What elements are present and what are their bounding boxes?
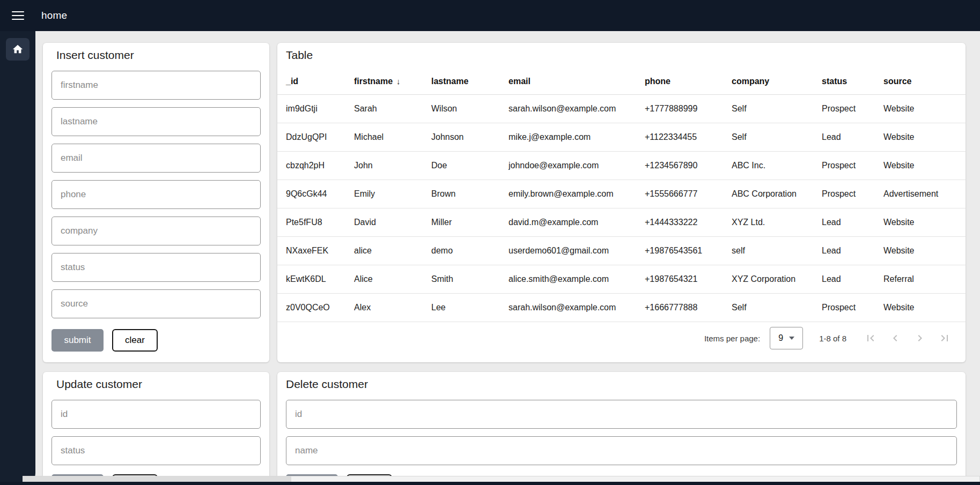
table-cell: Website (883, 293, 966, 322)
main-content: Insert customer submit clear Table _idfi… (35, 31, 980, 485)
table-card-title: Table (286, 48, 966, 62)
table-cell: z0V0QCeO (277, 293, 354, 322)
chevron-down-icon (789, 337, 794, 340)
menu-button[interactable] (9, 5, 27, 25)
column-header-email[interactable]: email (509, 69, 645, 94)
insert-email-input[interactable] (51, 144, 261, 173)
page-size-select[interactable]: 9 (770, 327, 803, 349)
delete-card-title: Delete customer (286, 377, 966, 391)
table-cell: Wilson (431, 94, 509, 123)
table-cell: sarah.wilson@example.com (509, 293, 645, 322)
items-per-page-label: Items per page: (704, 334, 760, 343)
table-cell: Pte5fFU8 (277, 208, 354, 236)
home-icon (12, 43, 24, 55)
table-row: im9dGtjiSarahWilsonsarah.wilson@example.… (277, 94, 966, 123)
update-id-input[interactable] (51, 400, 261, 429)
table-cell: Doe (431, 151, 509, 180)
table-cell: Website (883, 151, 966, 180)
table-cell: +19876543561 (645, 236, 732, 265)
first-page-button[interactable] (858, 327, 883, 349)
insert-source-input[interactable] (51, 289, 261, 318)
table-cell: +1555666777 (645, 180, 732, 208)
table-row: DdzUgQPIMichaelJohnsonmike.j@example.com… (277, 123, 966, 151)
chevron-right-icon (913, 332, 926, 345)
last-page-icon (938, 332, 951, 345)
column-header-status[interactable]: status (822, 69, 883, 94)
window-bottom-edge (0, 482, 980, 485)
insert-clear-button[interactable]: clear (112, 329, 158, 352)
table-cell: 9Q6cGk44 (277, 180, 354, 208)
table-cell: +1444333222 (645, 208, 732, 236)
table-cell: XYZ Corporation (732, 265, 822, 293)
delete-id-input[interactable] (286, 400, 957, 429)
insert-company-input[interactable] (51, 217, 261, 245)
table-cell: alice (354, 236, 431, 265)
table-cell: alice.smith@example.com (509, 265, 645, 293)
hamburger-icon (12, 11, 24, 20)
table-cell: Lead (822, 265, 883, 293)
column-header-source[interactable]: source (883, 69, 966, 94)
pager-controls (858, 327, 957, 349)
insert-status-input[interactable] (51, 253, 261, 282)
table-cell: Self (732, 94, 822, 123)
table-cell: Lead (822, 208, 883, 236)
column-header-lastname[interactable]: lastname (431, 69, 509, 94)
table-cell: +1122334455 (645, 123, 732, 151)
update-card-title: Update customer (56, 377, 269, 391)
table-cell: Johnson (431, 123, 509, 151)
table-cell: ABC Corporation (732, 180, 822, 208)
chevron-left-icon (889, 332, 902, 345)
sort-arrow-icon: ↓ (396, 77, 401, 86)
page-title: home (41, 10, 67, 21)
next-page-button[interactable] (908, 327, 932, 349)
column-header-company[interactable]: company (732, 69, 822, 94)
table-cell: Miller (431, 208, 509, 236)
table-cell: mike.j@example.com (509, 123, 645, 151)
previous-page-button[interactable] (883, 327, 908, 349)
customers-table: _idfirstname↓lastnameemailphonecompanyst… (277, 69, 966, 322)
table-cell: sarah.wilson@example.com (509, 94, 645, 123)
page-range-label: 1-8 of 8 (819, 334, 846, 343)
table-cell: +1777888999 (645, 94, 732, 123)
insert-submit-button[interactable]: submit (51, 329, 104, 352)
table-cell: Website (883, 94, 966, 123)
column-header-phone[interactable]: phone (645, 69, 732, 94)
table-header-row: _idfirstname↓lastnameemailphonecompanyst… (277, 69, 966, 94)
table-cell: Smith (431, 265, 509, 293)
table-row: kEwtK6DLAliceSmithalice.smith@example.co… (277, 265, 966, 293)
delete-name-input[interactable] (286, 436, 957, 465)
table-cell: Referral (883, 265, 966, 293)
table-row: cbzqh2pHJohnDoejohndoe@example.com+12345… (277, 151, 966, 180)
table-cell: Brown (431, 180, 509, 208)
insert-phone-input[interactable] (51, 180, 261, 209)
table-card: Table _idfirstname↓lastnameemailphonecom… (277, 43, 966, 362)
table-cell: Alice (354, 265, 431, 293)
insert-firstname-input[interactable] (51, 71, 261, 100)
table-cell: Emily (354, 180, 431, 208)
delete-fields (286, 400, 957, 465)
paginator: Items per page: 9 1-8 of 8 (704, 327, 957, 349)
table-cell: Lead (822, 236, 883, 265)
table-cell: Self (732, 293, 822, 322)
table-cell: +1666777888 (645, 293, 732, 322)
table-cell: ABC Inc. (732, 151, 822, 180)
insert-lastname-input[interactable] (51, 107, 261, 136)
table-cell: Self (732, 123, 822, 151)
insert-fields (51, 71, 261, 318)
insert-customer-card: Insert customer submit clear (43, 43, 269, 362)
delete-customer-card: Delete customer submit clear (277, 372, 966, 485)
table-cell: Advertisement (883, 180, 966, 208)
table-cell: johndoe@example.com (509, 151, 645, 180)
column-header-id[interactable]: _id (277, 69, 354, 94)
update-status-input[interactable] (51, 436, 261, 465)
table-cell: demo (431, 236, 509, 265)
table-cell: cbzqh2pH (277, 151, 354, 180)
table-cell: Prospect (822, 151, 883, 180)
table-cell: Website (883, 236, 966, 265)
column-header-firstname[interactable]: firstname↓ (354, 69, 431, 94)
last-page-button[interactable] (932, 327, 957, 349)
sidebar-item-home[interactable] (6, 38, 30, 61)
scrollbar-thumb[interactable] (23, 476, 291, 482)
table-cell: im9dGtji (277, 94, 354, 123)
table-row: z0V0QCeOAlexLeesarah.wilson@example.com+… (277, 293, 966, 322)
